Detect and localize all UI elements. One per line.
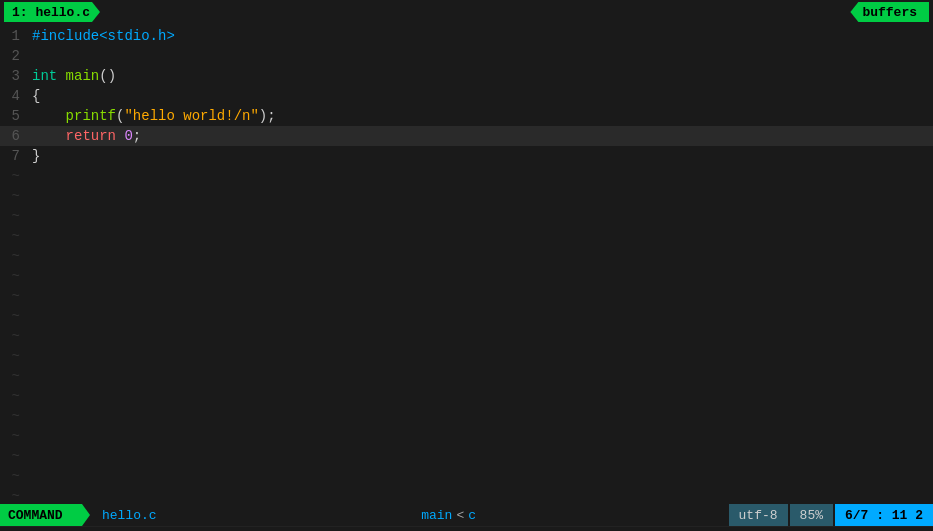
- tilde-line: ~: [0, 346, 933, 366]
- tilde-line: ~: [0, 186, 933, 206]
- tilde-marker: ~: [0, 266, 28, 286]
- tilde-marker: ~: [0, 466, 28, 486]
- tilde-line: ~: [0, 466, 933, 486]
- tilde-line: ~: [0, 206, 933, 226]
- status-right: utf-8 85% 6/7 : 11 2: [729, 504, 933, 526]
- tilde-line: ~: [0, 286, 933, 306]
- tilde-marker: ~: [0, 406, 28, 426]
- active-tab[interactable]: 1: hello.c: [4, 2, 100, 22]
- tilde-line: ~: [0, 266, 933, 286]
- tilde-line: ~: [0, 386, 933, 406]
- code-area: 1#include<stdio.h>2 3int main()4{5 print…: [0, 24, 933, 504]
- tilde-line: ~: [0, 366, 933, 386]
- encoding-badge: utf-8: [729, 504, 788, 526]
- line-number: 1: [0, 26, 28, 46]
- mode-badge: COMMAND: [0, 504, 90, 526]
- tilde-marker: ~: [0, 206, 28, 226]
- tilde-marker: ~: [0, 306, 28, 326]
- code-line-2: 2: [0, 46, 933, 66]
- line-content: int main(): [28, 66, 933, 86]
- line-content: return 0;: [28, 126, 933, 146]
- tilde-line: ~: [0, 326, 933, 346]
- status-center: main < c: [169, 508, 729, 523]
- tilde-marker: ~: [0, 386, 28, 406]
- tilde-marker: ~: [0, 346, 28, 366]
- percent-badge: 85%: [790, 504, 833, 526]
- tilde-marker: ~: [0, 446, 28, 466]
- buffers-button[interactable]: buffers: [850, 2, 929, 22]
- line-content: #include<stdio.h>: [28, 26, 933, 46]
- tilde-line: ~: [0, 246, 933, 266]
- status-bar: COMMAND hello.c main < c utf-8 85% 6/7 :…: [0, 504, 933, 526]
- tilde-line: ~: [0, 406, 933, 426]
- tilde-marker: ~: [0, 246, 28, 266]
- code-line-4: 4{: [0, 86, 933, 106]
- line-content: {: [28, 86, 933, 106]
- line-number: 3: [0, 66, 28, 86]
- tilde-marker: ~: [0, 166, 28, 186]
- tab-label: 1: hello.c: [12, 5, 90, 20]
- tilde-line: ~: [0, 226, 933, 246]
- command-line[interactable]: :wq: [0, 526, 933, 531]
- code-line-5: 5 printf("hello world!/n");: [0, 106, 933, 126]
- line-number: 7: [0, 146, 28, 166]
- tilde-line: ~: [0, 446, 933, 466]
- tilde-marker: ~: [0, 426, 28, 446]
- line-number: 4: [0, 86, 28, 106]
- lang-label: c: [468, 508, 476, 523]
- mode-label: COMMAND: [8, 508, 63, 523]
- line-number: 2: [0, 46, 28, 66]
- chevron-icon: <: [456, 508, 464, 523]
- status-filename: hello.c: [90, 508, 169, 523]
- tilde-marker: ~: [0, 366, 28, 386]
- context-label: main: [421, 508, 452, 523]
- code-line-6: 6 return 0;: [0, 126, 933, 146]
- tilde-marker: ~: [0, 186, 28, 206]
- tilde-marker: ~: [0, 486, 28, 504]
- line-number: 6: [0, 126, 28, 146]
- line-number: 5: [0, 106, 28, 126]
- tilde-marker: ~: [0, 326, 28, 346]
- code-line-3: 3int main(): [0, 66, 933, 86]
- code-line-7: 7}: [0, 146, 933, 166]
- line-content: [28, 46, 933, 66]
- code-line-1: 1#include<stdio.h>: [0, 26, 933, 46]
- tilde-line: ~: [0, 166, 933, 186]
- tilde-marker: ~: [0, 226, 28, 246]
- tab-bar: 1: hello.c buffers: [0, 0, 933, 24]
- line-content: printf("hello world!/n");: [28, 106, 933, 126]
- tilde-line: ~: [0, 306, 933, 326]
- tilde-line: ~: [0, 486, 933, 504]
- position-badge: 6/7 : 11 2: [835, 504, 933, 526]
- tilde-marker: ~: [0, 286, 28, 306]
- tilde-line: ~: [0, 426, 933, 446]
- line-content: }: [28, 146, 933, 166]
- editor[interactable]: 1#include<stdio.h>2 3int main()4{5 print…: [0, 24, 933, 504]
